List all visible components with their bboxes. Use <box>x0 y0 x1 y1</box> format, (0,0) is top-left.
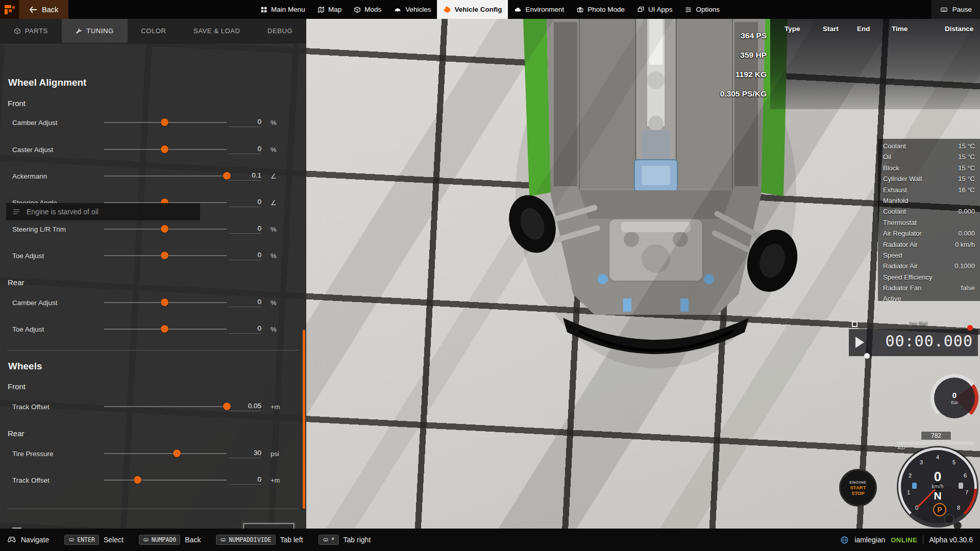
keyboard-icon <box>323 537 329 542</box>
message-icon <box>12 208 20 216</box>
ui-apps-icon <box>637 6 645 13</box>
stopwatch-file-icon[interactable] <box>852 321 857 327</box>
debug-label: Radiator Air <box>883 239 955 250</box>
camber-rear-slider[interactable] <box>104 298 227 307</box>
pause-button[interactable]: Pause <box>932 0 980 19</box>
menu-label: UI Apps <box>648 6 672 13</box>
tab-color[interactable]: COLOR <box>128 19 180 43</box>
gamepad-icon <box>7 536 16 543</box>
tacho-number: 7 <box>965 489 968 495</box>
track-offset-rear-slider[interactable] <box>104 476 227 484</box>
environment-icon <box>514 6 522 13</box>
fuel-level-icon <box>959 483 963 489</box>
vehicle-stats-overlay: 364 PS 359 HP 1192 KG 0.305 PS/KG <box>653 26 767 104</box>
slider-label: Toe Adjust <box>12 252 44 260</box>
menu-vehicle-config[interactable]: Vehicle Config <box>437 0 508 19</box>
tacho-number: 1 <box>907 489 910 495</box>
group-front: Front <box>8 99 26 108</box>
panel-scrollbar[interactable] <box>303 330 305 509</box>
camber-front-slider[interactable] <box>104 118 227 127</box>
slider-value-field[interactable]: 30 <box>229 449 261 458</box>
debug-value: 15 °C <box>958 163 975 173</box>
engine-button-start: START <box>850 485 866 490</box>
menu-label: Environment <box>525 6 564 13</box>
menu-ui-apps[interactable]: UI Apps <box>631 0 678 19</box>
debug-label: Active <box>883 293 975 301</box>
beamng-logo <box>0 0 19 19</box>
slider-value-field[interactable]: 0 <box>229 145 261 154</box>
menu-map[interactable]: Map <box>311 0 348 19</box>
slider-value-field[interactable]: 0 <box>229 224 261 234</box>
engine-start-stop-button[interactable]: ENGINE START STOP <box>839 469 877 507</box>
stopwatch-scrub-knob[interactable] <box>864 353 870 359</box>
slider-handle[interactable] <box>161 252 168 259</box>
key-badge: NUMPAD0 <box>139 535 180 545</box>
slider-handle[interactable] <box>161 225 168 233</box>
slider-unit: % <box>271 146 277 154</box>
menu-label: Mods <box>364 6 381 13</box>
slider-value-field[interactable]: 0.1 <box>229 171 261 181</box>
slider-value-field[interactable]: 0 <box>229 118 261 127</box>
slider-value-field[interactable]: 0 <box>229 298 261 307</box>
slider-unit: ∠ <box>271 199 277 207</box>
toe-rear-slider[interactable] <box>104 325 227 333</box>
debug-value: 0 km/h <box>955 239 975 250</box>
slider-row-track-offset-front: Track Offset 0.05 +m <box>0 393 306 420</box>
steering-trim-slider[interactable] <box>104 225 227 233</box>
menu-main-menu[interactable]: Main Menu <box>254 0 311 19</box>
play-icon[interactable] <box>855 337 864 348</box>
slider-handle[interactable] <box>161 145 168 153</box>
tacho-number: 4 <box>936 454 939 460</box>
slider-handle[interactable] <box>134 476 141 484</box>
menu-label: Options <box>696 6 720 13</box>
slider-value-field[interactable]: 0 <box>229 324 261 334</box>
lap-timing-app: Type Start End Time Distance <box>770 19 980 109</box>
toe-front-slider[interactable] <box>104 252 227 260</box>
slider-value-field[interactable]: 0 <box>229 475 261 485</box>
input-hints-bar: Navigate ENTER Select NUMPAD0 Back NUMPA… <box>0 529 980 551</box>
slider-label: Camber Adjust <box>12 299 58 307</box>
slider-handle[interactable] <box>161 118 168 126</box>
speed-value: 0 <box>932 470 944 483</box>
hint-label: Select <box>104 536 124 544</box>
tab-debug[interactable]: DEBUG <box>254 19 306 43</box>
tab-save-load[interactable]: SAVE & LOAD <box>180 19 254 43</box>
record-indicator-icon[interactable] <box>967 325 973 331</box>
debug-value: 0.000 <box>958 206 975 217</box>
slider-row-toe-rear: Toe Adjust 0 % <box>0 316 306 342</box>
stopwatch-app: (no file) 00:00.000 <box>849 329 978 356</box>
menu-vehicles[interactable]: Vehicles <box>387 0 437 19</box>
slider-value-field[interactable]: 0 <box>229 198 261 207</box>
timing-header-distance: Distance <box>945 25 973 33</box>
tab-parts[interactable]: PARTS <box>0 19 62 43</box>
debug-value: 15 °C <box>958 152 975 162</box>
slider-value-field[interactable]: 0 <box>229 251 261 260</box>
speed-unit: km/h <box>932 483 944 490</box>
ackermann-slider[interactable] <box>104 172 227 180</box>
caster-front-slider[interactable] <box>104 145 227 154</box>
slider-handle[interactable] <box>173 449 181 457</box>
slider-value-field[interactable]: 0.05 <box>229 402 261 411</box>
back-button[interactable]: Back <box>19 0 68 19</box>
slider-handle[interactable] <box>161 298 168 306</box>
back-label: Back <box>42 6 58 14</box>
tab-tuning[interactable]: TUNING <box>62 19 128 43</box>
toast-text: Engine is starved of oil <box>27 208 99 216</box>
warning-toast: Engine is starved of oil <box>6 203 200 220</box>
coolant-temp-icon <box>912 483 917 489</box>
hint-tab-left: NUMPADDIVIDE Tab left <box>216 535 303 545</box>
slider-handle[interactable] <box>161 325 168 333</box>
menu-mods[interactable]: Mods <box>348 0 387 19</box>
key-badge: * <box>318 535 339 545</box>
debug-label: Speed Efficiency <box>883 272 975 283</box>
divider <box>923 535 923 544</box>
menu-options[interactable]: Options <box>678 0 726 19</box>
hint-label: Tab right <box>344 536 371 544</box>
track-offset-front-slider[interactable] <box>104 403 227 411</box>
engine-button-label: ENGINE <box>849 480 867 485</box>
tire-pressure-rear-slider[interactable] <box>104 449 227 458</box>
menu-photo-mode[interactable]: Photo Mode <box>570 0 631 19</box>
slider-label: Ackermann <box>12 172 47 180</box>
menu-environment[interactable]: Environment <box>508 0 570 19</box>
section-wheel-alignment: Wheel Alignment <box>8 77 86 88</box>
